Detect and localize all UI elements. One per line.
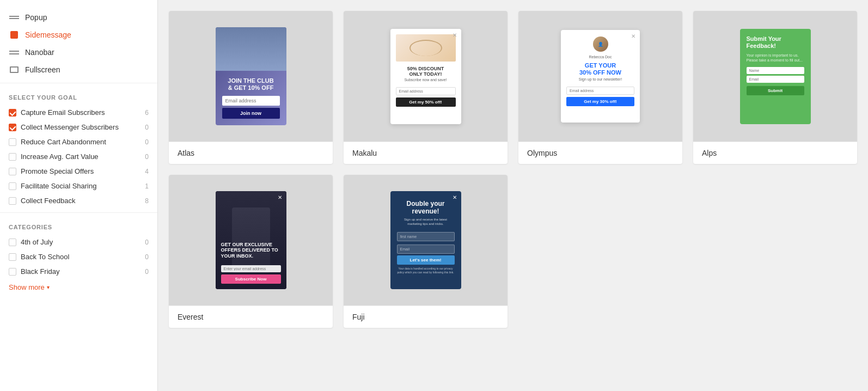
- olympus-cta-button: Get my 30% off!: [566, 97, 634, 106]
- makalu-headline: 50% DISCOUNTONLY TODAY!: [396, 66, 456, 77]
- category-back-to-school-checkbox[interactable]: [9, 253, 16, 261]
- fuji-email-input[interactable]: [397, 245, 455, 254]
- display-type-nanobar[interactable]: Nanobar: [0, 44, 157, 61]
- goal-facilitate-sharing-label: Facilitate Social Sharing: [21, 182, 96, 190]
- everest-close-icon: ✕: [278, 194, 282, 200]
- display-type-popup[interactable]: Popup: [0, 9, 157, 26]
- categories-section-title: CATEGORIES: [0, 217, 157, 235]
- fuji-privacy-text: Your data is handled according to our pr…: [397, 267, 455, 274]
- category-black-friday-checkbox[interactable]: [9, 268, 16, 276]
- jewelry-shape: [409, 40, 442, 56]
- olympus-close-icon: ✕: [631, 33, 635, 39]
- goal-promote-offers[interactable]: Promote Special Offers 4: [0, 164, 157, 179]
- goal-increase-cart-label: Increase Avg. Cart Value: [21, 152, 99, 161]
- alps-email-input[interactable]: [747, 76, 804, 83]
- template-name-makalu: Makalu: [344, 142, 508, 164]
- goal-collect-feedback-label: Collect Feedback: [21, 197, 75, 205]
- olympus-email-input[interactable]: [566, 87, 634, 95]
- template-card-makalu[interactable]: ✕ 50% DISCOUNTONLY TODAY! Subscribe now …: [344, 11, 508, 164]
- category-black-friday-label: Black Friday: [21, 267, 60, 276]
- goal-reduce-cart[interactable]: Reduce Cart Abandonment 0: [0, 135, 157, 149]
- template-card-alps[interactable]: Submit YourFeedback! Your opinion is imp…: [693, 11, 857, 164]
- goals-section-title: SELECT YOUR GOAL: [0, 88, 157, 105]
- goal-facilitate-sharing-checkbox[interactable]: [9, 182, 16, 190]
- goal-collect-feedback[interactable]: Collect Feedback 8: [0, 193, 157, 208]
- alps-cta-button: Submit: [747, 86, 804, 95]
- alps-headline: Submit YourFeedback!: [747, 35, 804, 50]
- atlas-email-input[interactable]: [222, 96, 280, 106]
- atlas-cta-button: Join now: [222, 108, 280, 119]
- everest-popup: ✕ GET OUR EXCLUSIVE OFFERS DELIVERED TO …: [216, 191, 286, 289]
- template-name-fuji: Fuji: [344, 306, 508, 328]
- template-preview-makalu: ✕ 50% DISCOUNTONLY TODAY! Subscribe now …: [344, 11, 508, 142]
- chevron-down-icon: ▾: [47, 284, 50, 290]
- everest-cta-button: Subscribe Now: [221, 274, 281, 284]
- atlas-headline: JOIN THE CLUB& GET 10% OFF: [228, 77, 273, 91]
- nanobar-icon: [9, 48, 20, 56]
- category-4th-of-july-count: 0: [145, 239, 149, 246]
- template-card-olympus[interactable]: ✕ 👤 Rebecca Doc GET YOUR30% OFF NOW Sign…: [518, 11, 682, 164]
- fuji-subtext: Sign up and receive the latest marketing…: [397, 218, 455, 227]
- template-card-fuji[interactable]: ✕ Double yourrevenue! Sign up and receiv…: [344, 175, 508, 328]
- template-preview-olympus: ✕ 👤 Rebecca Doc GET YOUR30% OFF NOW Sign…: [518, 11, 682, 142]
- olympus-popup: ✕ 👤 Rebecca Doc GET YOUR30% OFF NOW Sign…: [561, 30, 640, 123]
- template-preview-alps: Submit YourFeedback! Your opinion is imp…: [693, 11, 857, 142]
- olympus-headline: GET YOUR30% OFF NOW: [566, 62, 634, 76]
- category-4th-of-july-checkbox[interactable]: [9, 239, 16, 246]
- goal-collect-messenger[interactable]: Collect Messenger Subscribers 0: [0, 120, 157, 135]
- display-type-fullscreen[interactable]: Fullscreen: [0, 61, 157, 78]
- olympus-person-name: Rebecca Doc: [566, 55, 634, 59]
- template-preview-everest: ✕ GET OUR EXCLUSIVE OFFERS DELIVERED TO …: [169, 175, 333, 306]
- display-type-sidemessage[interactable]: Sidemessage: [0, 26, 157, 44]
- goal-capture-email-count: 6: [145, 109, 149, 117]
- makalu-subtext: Subscribe now and save!: [396, 78, 456, 82]
- goal-collect-feedback-checkbox[interactable]: [9, 197, 16, 205]
- sidebar: Popup Sidemessage Nanobar Fullscreen SEL…: [0, 0, 158, 391]
- goal-increase-cart[interactable]: Increase Avg. Cart Value 0: [0, 149, 157, 164]
- alps-name-input[interactable]: [747, 67, 804, 74]
- template-card-everest[interactable]: ✕ GET OUR EXCLUSIVE OFFERS DELIVERED TO …: [169, 175, 333, 328]
- category-4th-of-july-label: 4th of July: [21, 238, 53, 246]
- fuji-popup: ✕ Double yourrevenue! Sign up and receiv…: [390, 191, 461, 289]
- display-type-popup-label: Popup: [25, 13, 47, 22]
- templates-grid: JOIN THE CLUB& GET 10% OFF Join now Atla…: [169, 11, 857, 328]
- template-card-atlas[interactable]: JOIN THE CLUB& GET 10% OFF Join now Atla…: [169, 11, 333, 164]
- goal-collect-messenger-label: Collect Messenger Subscribers: [21, 123, 119, 131]
- fuji-cta-button: Let's see them!: [397, 255, 455, 265]
- makalu-close-icon: ✕: [453, 32, 457, 38]
- goal-promote-offers-count: 4: [145, 168, 149, 175]
- show-more-button[interactable]: Show more ▾: [0, 279, 157, 296]
- alps-popup: Submit YourFeedback! Your opinion is imp…: [740, 29, 811, 124]
- display-type-nanobar-label: Nanobar: [25, 48, 54, 57]
- goal-facilitate-sharing-count: 1: [145, 182, 149, 190]
- show-more-label: Show more: [9, 283, 45, 291]
- goal-capture-email[interactable]: Capture Email Subscribers 6: [0, 105, 157, 120]
- popup-icon: [9, 14, 20, 21]
- everest-headline: GET OUR EXCLUSIVE OFFERS DELIVERED TO YO…: [221, 242, 281, 259]
- goal-increase-cart-count: 0: [145, 153, 149, 161]
- goal-promote-offers-checkbox[interactable]: [9, 168, 16, 175]
- category-4th-of-july[interactable]: 4th of July 0: [0, 235, 157, 249]
- template-preview-fuji: ✕ Double yourrevenue! Sign up and receiv…: [344, 175, 508, 306]
- goal-facilitate-sharing[interactable]: Facilitate Social Sharing 1: [0, 179, 157, 193]
- main-content: JOIN THE CLUB& GET 10% OFF Join now Atla…: [158, 0, 868, 391]
- goal-reduce-cart-label: Reduce Cart Abandonment: [21, 138, 106, 146]
- makalu-email-input[interactable]: [396, 87, 456, 95]
- alps-subtext: Your opinion is important to us. Please …: [747, 53, 804, 63]
- makalu-cta-button: Get my 50% off!: [396, 97, 456, 107]
- category-black-friday-count: 0: [145, 268, 149, 276]
- goal-increase-cart-checkbox[interactable]: [9, 153, 16, 161]
- everest-email-input[interactable]: [221, 265, 281, 272]
- goal-capture-email-label: Capture Email Subscribers: [21, 108, 105, 117]
- goal-collect-messenger-checkbox[interactable]: [9, 124, 16, 131]
- category-back-to-school[interactable]: Back To School 0: [0, 249, 157, 264]
- sidemessage-icon: [9, 31, 20, 39]
- goal-capture-email-checkbox[interactable]: [9, 109, 16, 117]
- fuji-firstname-input[interactable]: [397, 232, 455, 241]
- goal-reduce-cart-checkbox[interactable]: [9, 138, 16, 146]
- template-name-alps: Alps: [693, 142, 857, 164]
- category-back-to-school-count: 0: [145, 253, 149, 261]
- category-black-friday[interactable]: Black Friday 0: [0, 264, 157, 279]
- fuji-close-icon: ✕: [453, 194, 457, 200]
- olympus-subtext: Sign up to our newsletter!: [566, 77, 634, 81]
